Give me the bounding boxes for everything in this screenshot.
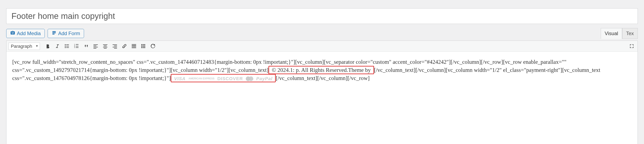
svg-rect-28 bbox=[132, 46, 136, 46]
add-media-label: Add Media bbox=[17, 30, 41, 36]
mastercard-logo bbox=[246, 76, 253, 81]
svg-point-0 bbox=[65, 44, 66, 45]
shortcode-seg-3: [/vc_column_text][/vc_column][/vc_row] bbox=[276, 75, 370, 81]
svg-rect-7 bbox=[76, 44, 78, 44]
align-right-icon[interactable] bbox=[111, 42, 119, 50]
paypal-logo: PayPal bbox=[256, 76, 272, 82]
payment-logos-inline: VISA AMERICAN EXPRESS DISCOVER PayPal bbox=[174, 76, 272, 82]
title-row bbox=[6, 8, 638, 24]
amex-logo: AMERICAN EXPRESS bbox=[188, 77, 214, 80]
editor-screen: Add Media Add Form Visual Tex Paragraph bbox=[0, 8, 644, 144]
format-select[interactable]: Paragraph bbox=[8, 42, 40, 50]
svg-rect-5 bbox=[66, 47, 69, 48]
add-media-button[interactable]: Add Media bbox=[6, 29, 45, 38]
svg-rect-16 bbox=[103, 44, 108, 45]
svg-rect-19 bbox=[104, 48, 107, 48]
bullet-list-icon[interactable] bbox=[63, 42, 71, 50]
svg-rect-23 bbox=[114, 48, 117, 48]
camera-icon bbox=[10, 30, 15, 36]
link-icon[interactable] bbox=[120, 42, 128, 50]
visa-logo: VISA bbox=[174, 76, 186, 82]
svg-rect-12 bbox=[94, 44, 98, 45]
toolbar-toggle-icon[interactable] bbox=[139, 42, 148, 50]
form-icon bbox=[52, 30, 56, 36]
read-more-icon[interactable] bbox=[130, 42, 138, 50]
svg-rect-36 bbox=[143, 47, 144, 48]
svg-rect-33 bbox=[143, 46, 144, 46]
refresh-icon[interactable] bbox=[149, 42, 157, 50]
svg-rect-15 bbox=[94, 48, 96, 48]
discover-logo: DISCOVER bbox=[217, 76, 243, 82]
post-title-input[interactable] bbox=[6, 8, 638, 24]
svg-rect-29 bbox=[142, 44, 142, 45]
editor-content[interactable]: [vc_row full_width="stretch_row_content_… bbox=[6, 52, 638, 144]
svg-rect-27 bbox=[132, 48, 136, 48]
svg-rect-34 bbox=[144, 46, 145, 46]
svg-rect-17 bbox=[104, 46, 107, 46]
align-left-icon[interactable] bbox=[92, 42, 100, 50]
media-toolbar-row: Add Media Add Form Visual Tex bbox=[6, 28, 638, 39]
svg-rect-9 bbox=[76, 46, 78, 46]
svg-rect-26 bbox=[132, 46, 136, 47]
svg-rect-35 bbox=[142, 47, 142, 48]
svg-rect-20 bbox=[113, 44, 117, 45]
add-form-label: Add Form bbox=[58, 30, 80, 36]
svg-rect-14 bbox=[94, 47, 98, 47]
tinymce-toolbar: Paragraph 123 bbox=[6, 41, 638, 52]
svg-rect-25 bbox=[132, 45, 136, 46]
svg-rect-11 bbox=[76, 47, 78, 48]
numbered-list-icon[interactable]: 123 bbox=[72, 42, 81, 50]
svg-rect-13 bbox=[94, 46, 96, 46]
svg-rect-31 bbox=[144, 44, 145, 45]
svg-point-2 bbox=[65, 46, 66, 46]
svg-point-4 bbox=[65, 47, 66, 48]
svg-rect-37 bbox=[144, 47, 145, 48]
svg-rect-24 bbox=[132, 44, 136, 44]
svg-rect-32 bbox=[142, 46, 142, 46]
add-form-button[interactable]: Add Form bbox=[48, 29, 84, 38]
svg-rect-18 bbox=[103, 47, 108, 47]
svg-rect-21 bbox=[114, 46, 117, 46]
highlighted-copyright-text: © 2024.1: p. All Rights Reserved.Theme b… bbox=[268, 66, 374, 74]
tab-text[interactable]: Tex bbox=[622, 28, 638, 39]
italic-icon[interactable] bbox=[53, 42, 62, 50]
svg-rect-1 bbox=[66, 44, 69, 45]
svg-rect-3 bbox=[66, 46, 69, 46]
highlighted-payment-logos: VISA AMERICAN EXPRESS DISCOVER PayPal bbox=[171, 74, 276, 82]
svg-text:3: 3 bbox=[74, 46, 75, 48]
align-center-icon[interactable] bbox=[101, 42, 110, 50]
svg-rect-22 bbox=[113, 47, 117, 47]
media-buttons: Add Media Add Form bbox=[6, 29, 84, 38]
svg-rect-30 bbox=[143, 44, 144, 45]
tab-visual[interactable]: Visual bbox=[601, 28, 622, 39]
editor-mode-tabs: Visual Tex bbox=[601, 28, 638, 39]
blockquote-icon[interactable] bbox=[82, 42, 90, 50]
editor-wrap: Paragraph 123 [vc_row full_width="stretc… bbox=[6, 40, 638, 144]
format-select-wrap: Paragraph bbox=[8, 42, 40, 50]
bold-icon[interactable] bbox=[44, 42, 52, 50]
fullscreen-toggle-icon[interactable] bbox=[628, 42, 636, 50]
